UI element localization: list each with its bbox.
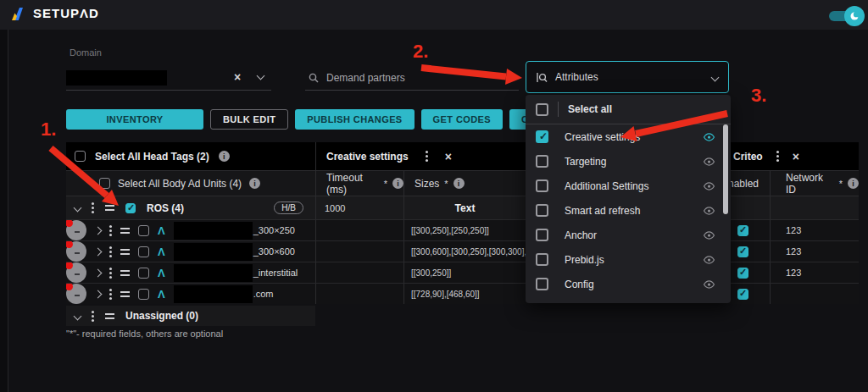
ros-label: ROS (4) bbox=[147, 202, 184, 214]
unit-drag-handle-icon[interactable] bbox=[120, 291, 130, 297]
menu-item-creative-settings[interactable]: Creative settings bbox=[526, 124, 731, 149]
eye-icon[interactable] bbox=[703, 133, 715, 141]
publish-changes-button[interactable]: PUBLISH CHANGES bbox=[295, 109, 414, 130]
unassigned-menu-icon[interactable] bbox=[92, 315, 94, 317]
unit-drag-handle-icon[interactable] bbox=[120, 249, 130, 255]
unit-menu-icon[interactable] bbox=[109, 251, 112, 253]
redacted-domain-value bbox=[66, 70, 167, 86]
table-header-row: Select All Head Tags (2) i Creative sett… bbox=[66, 142, 859, 170]
menu-item-prebid-js[interactable]: Prebid.js bbox=[526, 247, 731, 272]
criteo-close-icon[interactable]: × bbox=[793, 151, 799, 163]
unit-sizes-value[interactable]: [[300,250],[250,250]] bbox=[404, 226, 489, 235]
bulk-edit-button[interactable]: BULK EDIT bbox=[210, 109, 288, 130]
dropdown-scrollbar[interactable] bbox=[723, 124, 728, 214]
domain-clear-icon[interactable]: × bbox=[234, 69, 241, 85]
unit-checkbox[interactable] bbox=[138, 268, 149, 279]
unit-checkbox[interactable] bbox=[138, 289, 149, 300]
unit-checkbox[interactable] bbox=[138, 225, 149, 236]
menu-item-config[interactable]: Config bbox=[526, 272, 731, 296]
eye-icon[interactable] bbox=[703, 231, 715, 240]
criteo-menu-icon[interactable] bbox=[776, 155, 779, 157]
inventory-button[interactable]: INVENTORY bbox=[66, 109, 203, 130]
unit-menu-icon[interactable] bbox=[109, 272, 112, 274]
creative-settings-close-icon[interactable]: × bbox=[445, 151, 452, 163]
ros-collapse-chevron-icon[interactable] bbox=[74, 204, 82, 213]
creative-settings-menu-icon[interactable] bbox=[426, 155, 428, 157]
ad-unit-row: Λ _300×250 [[300,250],[250,250]] 123 bbox=[66, 219, 859, 240]
unit-enabled-checkbox[interactable] bbox=[737, 225, 748, 236]
demand-partners-search[interactable] bbox=[305, 66, 519, 91]
unit-network-id[interactable]: 123 bbox=[771, 268, 801, 278]
unit-name-suffix: .com bbox=[253, 289, 274, 299]
additional-settings-checkbox[interactable] bbox=[536, 179, 548, 192]
unit-enabled-checkbox[interactable] bbox=[737, 268, 748, 279]
domain-select[interactable]: × bbox=[66, 66, 271, 91]
setupad-unit-icon: Λ bbox=[158, 246, 165, 258]
unit-menu-icon[interactable] bbox=[109, 229, 112, 232]
network-id-info-icon[interactable]: i bbox=[848, 178, 859, 189]
notification-dot bbox=[66, 284, 73, 290]
unassigned-group-row[interactable]: Unassigned (0) bbox=[66, 306, 315, 326]
creative-settings-checkbox[interactable] bbox=[536, 130, 548, 143]
unit-drag-handle-icon[interactable] bbox=[120, 228, 130, 234]
unit-avatar bbox=[66, 262, 86, 283]
config-checkbox[interactable] bbox=[536, 278, 548, 290]
targeting-checkbox[interactable] bbox=[536, 155, 548, 168]
table-subheader-row: Select All Body Ad Units (4) i Timeout (… bbox=[66, 170, 859, 196]
menu-divider bbox=[558, 102, 559, 117]
menu-item-anchor[interactable]: Anchor bbox=[526, 223, 731, 247]
attributes-select[interactable]: Attributes bbox=[526, 61, 729, 93]
unassigned-chevron-icon[interactable] bbox=[74, 312, 82, 320]
ros-checkbox[interactable] bbox=[125, 203, 136, 213]
unit-menu-icon[interactable] bbox=[109, 293, 112, 295]
select-all-body-units-checkbox[interactable] bbox=[99, 178, 110, 189]
smart-ad-refresh-checkbox[interactable] bbox=[536, 204, 548, 217]
menu-item-smart-ad-refresh[interactable]: Smart ad refresh bbox=[526, 198, 731, 223]
eye-icon[interactable] bbox=[703, 280, 715, 289]
theme-toggle[interactable] bbox=[829, 11, 858, 21]
unit-network-id[interactable]: 123 bbox=[771, 246, 801, 257]
theme-toggle-knob[interactable] bbox=[844, 6, 865, 26]
unit-expand-chevron-icon[interactable] bbox=[94, 268, 103, 277]
unit-enabled-checkbox[interactable] bbox=[737, 246, 748, 257]
redacted-unit-name bbox=[174, 222, 253, 240]
eye-icon[interactable] bbox=[703, 256, 715, 264]
timeout-info-icon[interactable]: i bbox=[392, 178, 403, 189]
ros-timeout-value[interactable]: 1000 bbox=[325, 203, 345, 213]
ros-drag-handle-icon[interactable] bbox=[105, 205, 114, 211]
unit-drag-handle-icon[interactable] bbox=[120, 270, 130, 276]
notification-dot bbox=[66, 262, 73, 269]
menu-item-targeting[interactable]: Targeting bbox=[526, 149, 731, 174]
brand-logo[interactable]: SETUPΛD bbox=[12, 6, 99, 20]
select-all-menu-item[interactable]: Select all bbox=[526, 95, 731, 124]
unit-sizes-value[interactable]: [[300,250]] bbox=[404, 268, 451, 278]
ros-menu-icon[interactable] bbox=[92, 207, 94, 209]
domain-label: Domain bbox=[70, 47, 102, 58]
sizes-info-icon[interactable]: i bbox=[453, 178, 465, 189]
unit-expand-chevron-icon[interactable] bbox=[94, 247, 103, 256]
menu-item-additional-settings[interactable]: Additional Settings bbox=[526, 174, 731, 198]
unit-checkbox[interactable] bbox=[138, 246, 149, 257]
unassigned-drag-handle-icon[interactable] bbox=[105, 313, 114, 319]
domain-chevron-down-icon[interactable] bbox=[257, 72, 265, 80]
anchor-checkbox[interactable] bbox=[536, 229, 548, 241]
unit-enabled-checkbox[interactable] bbox=[737, 289, 748, 300]
get-codes-button[interactable]: GET CODES bbox=[421, 109, 503, 130]
unit-name-suffix: _300×250 bbox=[253, 225, 295, 235]
eye-icon[interactable] bbox=[703, 182, 715, 190]
prebid-js-checkbox[interactable] bbox=[536, 253, 548, 266]
body-units-info-icon[interactable]: i bbox=[249, 178, 260, 189]
head-tags-info-icon[interactable]: i bbox=[219, 151, 230, 162]
demand-partners-input[interactable] bbox=[326, 72, 496, 84]
unit-expand-chevron-icon[interactable] bbox=[94, 290, 103, 298]
ros-sizes-value[interactable]: Text bbox=[455, 202, 476, 214]
eye-icon[interactable] bbox=[703, 207, 715, 215]
select-all-checkbox[interactable] bbox=[536, 103, 548, 116]
unit-sizes-value[interactable]: [[728,90],[468,60]] bbox=[404, 290, 480, 299]
select-all-head-tags-checkbox[interactable] bbox=[75, 151, 86, 162]
unit-network-id[interactable]: 123 bbox=[771, 225, 801, 235]
eye-icon[interactable] bbox=[703, 157, 715, 166]
annotation-number-2: 2. bbox=[413, 41, 428, 63]
toolbar: INVENTORY BULK EDIT PUBLISH CHANGES GET … bbox=[66, 109, 597, 130]
unit-expand-chevron-icon[interactable] bbox=[94, 226, 103, 235]
